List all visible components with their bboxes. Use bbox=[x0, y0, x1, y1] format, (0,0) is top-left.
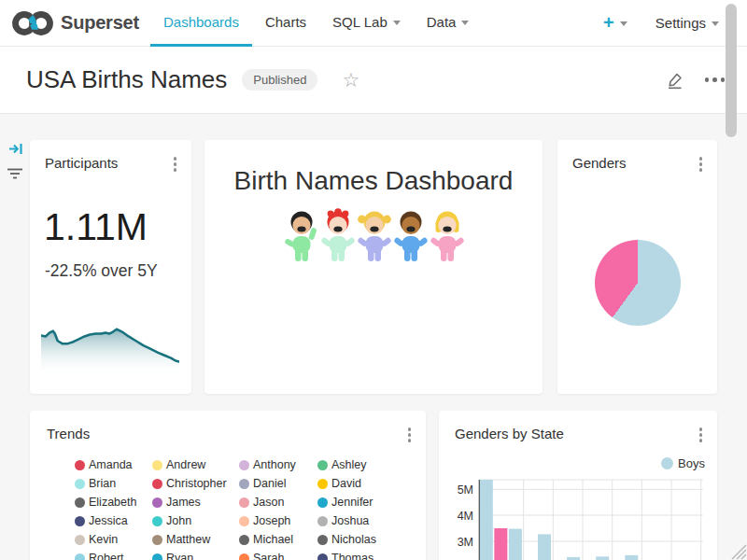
legend-item[interactable]: Daniel bbox=[239, 474, 317, 493]
markdown-heading: Birth Names Dashboard bbox=[204, 166, 543, 196]
legend-dot-icon bbox=[239, 479, 249, 489]
superset-infinity-icon bbox=[11, 9, 54, 37]
legend-item[interactable]: Jennifer bbox=[317, 493, 426, 511]
legend-item[interactable]: Robert bbox=[75, 549, 152, 560]
legend-item[interactable]: Joshua bbox=[317, 511, 426, 530]
kebab-menu-icon[interactable] bbox=[697, 154, 706, 175]
legend-dot-icon bbox=[317, 497, 328, 508]
legend-item[interactable]: Thomas bbox=[317, 549, 426, 560]
legend-dot-icon bbox=[75, 535, 85, 545]
legend-dot-icon bbox=[152, 460, 162, 470]
genders-by-state-bar-chart[interactable]: 5M4M3M bbox=[439, 467, 717, 560]
legend-dot-icon bbox=[152, 497, 162, 508]
legend-item[interactable]: Sarah bbox=[239, 549, 317, 560]
legend-dot-icon bbox=[317, 553, 328, 560]
legend-dot-icon bbox=[75, 497, 85, 508]
legend-dot-icon bbox=[239, 460, 249, 470]
edit-pencil-icon[interactable] bbox=[666, 71, 684, 90]
chart-title[interactable]: Participants bbox=[45, 155, 118, 171]
navbar-right: + Settings bbox=[603, 12, 732, 34]
chart-title[interactable]: Genders by State bbox=[455, 426, 564, 441]
legend-item[interactable]: Nicholas bbox=[317, 530, 426, 549]
main-nav: Dashboards Charts SQL Lab Data bbox=[150, 0, 482, 47]
legend-item[interactable]: Ryan bbox=[152, 549, 239, 560]
chart-card-trends: Trends AmandaAndrewAnthonyAshleyBrianChr… bbox=[30, 411, 426, 560]
svg-text:5M: 5M bbox=[458, 483, 473, 497]
legend-item[interactable]: Joseph bbox=[239, 511, 317, 530]
header-actions bbox=[666, 71, 726, 90]
legend-dot-icon bbox=[317, 460, 328, 470]
chevron-down-icon bbox=[620, 21, 627, 26]
superset-logo[interactable]: Superset bbox=[11, 9, 139, 37]
legend-item[interactable]: John bbox=[152, 511, 239, 530]
nav-item-charts[interactable]: Charts bbox=[252, 0, 319, 47]
svg-text:4M: 4M bbox=[458, 510, 473, 523]
chart-card-participants: Participants 1.11M -22.5% over 5Y bbox=[30, 140, 191, 394]
nav-item-data[interactable]: Data bbox=[414, 0, 483, 47]
filter-icon[interactable] bbox=[7, 167, 23, 185]
legend-item[interactable]: Amanda bbox=[75, 455, 152, 474]
legend-item[interactable]: Christopher bbox=[152, 474, 239, 493]
resize-grip-icon[interactable] bbox=[726, 539, 747, 560]
chevron-down-icon bbox=[393, 21, 401, 25]
legend-dot-icon bbox=[152, 553, 162, 560]
chart-title[interactable]: Trends bbox=[47, 426, 90, 441]
legend-item[interactable]: Andrew bbox=[152, 455, 239, 474]
legend-item[interactable]: Brian bbox=[75, 474, 152, 493]
legend-item[interactable]: Elizabeth bbox=[75, 493, 152, 511]
chart-title[interactable]: Genders bbox=[572, 155, 627, 171]
legend-item[interactable]: James bbox=[152, 493, 239, 511]
legend-item[interactable]: Ashley bbox=[317, 455, 426, 474]
svg-text:3M: 3M bbox=[458, 536, 473, 549]
legend-item[interactable]: Jason bbox=[239, 493, 317, 511]
page-title[interactable]: USA Births Names bbox=[26, 65, 227, 94]
legend-dot-icon bbox=[75, 460, 85, 470]
favorite-star-icon[interactable]: ☆ bbox=[342, 70, 359, 90]
legend-dot-icon bbox=[317, 535, 328, 545]
nav-item-sql-lab[interactable]: SQL Lab bbox=[319, 0, 414, 47]
expand-filter-bar-icon[interactable] bbox=[8, 141, 24, 161]
legend-dot-icon bbox=[152, 479, 162, 489]
dashboard-grid: Participants 1.11M -22.5% over 5Y Birth … bbox=[0, 114, 747, 560]
kebab-menu-icon[interactable] bbox=[171, 154, 180, 175]
plus-icon: + bbox=[603, 12, 614, 33]
superset-app: Superset Dashboards Charts SQL Lab Data … bbox=[0, 0, 747, 560]
chart-card-genders-by-state: Genders by State Boys 5M4M3M bbox=[439, 411, 717, 560]
chevron-down-icon bbox=[712, 21, 719, 26]
legend-item[interactable]: David bbox=[317, 474, 426, 493]
big-number-subheader: -22.5% over 5Y bbox=[45, 261, 158, 281]
navbar: Superset Dashboards Charts SQL Lab Data … bbox=[0, 0, 747, 47]
legend-item[interactable]: Kevin bbox=[75, 530, 152, 549]
published-badge[interactable]: Published bbox=[242, 69, 317, 91]
legend-dot-icon bbox=[239, 535, 249, 545]
kebab-menu-icon[interactable] bbox=[697, 425, 706, 445]
legend-item[interactable]: Michael bbox=[239, 530, 317, 549]
legend-dot-icon bbox=[75, 553, 85, 560]
genders-pie-chart[interactable] bbox=[595, 240, 681, 326]
legend-item[interactable]: Anthony bbox=[239, 455, 317, 474]
legend-dot-icon bbox=[152, 516, 162, 526]
legend-dot-icon bbox=[75, 516, 85, 526]
legend-dot-icon bbox=[239, 497, 249, 508]
markdown-card: Birth Names Dashboard bbox=[204, 140, 543, 394]
legend-dot-icon bbox=[317, 479, 328, 489]
participants-trendline-chart bbox=[41, 321, 179, 375]
nav-item-dashboards[interactable]: Dashboards bbox=[150, 0, 252, 47]
trends-legend: AmandaAndrewAnthonyAshleyBrianChristophe… bbox=[30, 455, 426, 560]
legend-item[interactable]: Jessica bbox=[75, 511, 152, 530]
legend-dot-icon bbox=[317, 516, 328, 526]
dashboard-header: USA Births Names Published ☆ bbox=[0, 47, 747, 114]
new-item-button[interactable]: + bbox=[603, 12, 627, 34]
settings-menu[interactable]: Settings bbox=[655, 15, 719, 31]
children-illustration bbox=[283, 207, 465, 263]
brand-name: Superset bbox=[61, 12, 139, 34]
legend-item[interactable]: Matthew bbox=[152, 530, 239, 549]
kebab-menu-icon[interactable] bbox=[405, 425, 415, 445]
big-number-value: 1.11M bbox=[44, 205, 148, 249]
legend-dot-icon bbox=[75, 479, 85, 489]
chart-card-genders: Genders bbox=[557, 140, 717, 394]
legend-dot-icon bbox=[239, 553, 249, 560]
chevron-down-icon bbox=[461, 21, 469, 25]
more-options-icon[interactable] bbox=[705, 77, 726, 82]
scrollbar-thumb[interactable] bbox=[726, 4, 737, 137]
